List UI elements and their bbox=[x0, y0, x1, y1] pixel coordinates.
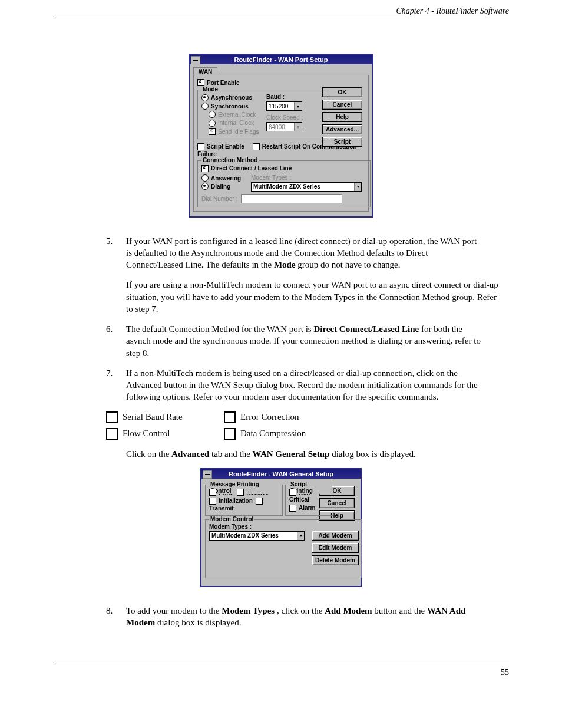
text: Click on the bbox=[126, 449, 171, 459]
asynchronous-label: Asynchronous bbox=[211, 94, 252, 101]
add-modem-button[interactable]: Add Modem bbox=[312, 531, 359, 541]
external-clock-label: External Clock bbox=[218, 111, 256, 118]
step-7: 7. If a non-MultiTech modem is being use… bbox=[106, 367, 483, 403]
synchronous-label: Synchronous bbox=[211, 103, 249, 110]
step-number: 5. bbox=[106, 235, 126, 271]
option-row: Serial Baud Rate Error Correction bbox=[106, 411, 483, 423]
dial-number-label: Dial Number : bbox=[201, 195, 237, 202]
answering-radio[interactable] bbox=[201, 174, 209, 182]
page-header: Chapter 4 - RouteFinder Software bbox=[396, 6, 509, 16]
delete-modem-button[interactable]: Delete Modem bbox=[312, 555, 359, 565]
modem-types-combo[interactable]: MultiModem ZDX Series▾ bbox=[251, 182, 362, 192]
dial-number-input[interactable] bbox=[241, 194, 342, 203]
step-5: 5. If your WAN port is configured in a l… bbox=[106, 235, 483, 271]
step-text-bold: Modem Types bbox=[222, 606, 275, 615]
text-bold: Advanced bbox=[171, 449, 209, 459]
baud-combo[interactable]: 115200▾ bbox=[266, 101, 302, 111]
script-enable-checkbox[interactable] bbox=[197, 143, 204, 150]
option-label: Error Correction bbox=[240, 412, 299, 422]
external-clock-radio bbox=[209, 111, 216, 118]
send-idle-checkbox bbox=[209, 128, 216, 135]
paragraph: Click on the Advanced tab and the WAN Ge… bbox=[126, 448, 503, 460]
clock-speed-label: Clock Speed : bbox=[266, 114, 323, 121]
wan-general-setup-dialog: RouteFinder - WAN General Setup OK Cance… bbox=[200, 468, 362, 587]
chevron-down-icon[interactable]: ▾ bbox=[297, 532, 304, 540]
step-text: dialog box is displayed. bbox=[157, 618, 242, 627]
alarm-label: Alarm bbox=[299, 505, 315, 511]
chevron-down-icon[interactable]: ▾ bbox=[354, 183, 361, 191]
tab-wan[interactable]: WAN bbox=[193, 67, 217, 75]
direct-connect-label: Direct Connect / Leased Line bbox=[211, 165, 292, 172]
checkbox-icon bbox=[224, 428, 236, 440]
step-number: 8. bbox=[106, 605, 126, 629]
dialing-radio[interactable] bbox=[201, 183, 209, 190]
synchronous-radio[interactable] bbox=[201, 103, 209, 110]
system-menu-icon[interactable] bbox=[191, 56, 200, 64]
step-6: 6. The default Connection Method for the… bbox=[106, 323, 483, 359]
step-8: 8. To add your modem to the Modem Types … bbox=[106, 605, 483, 629]
print-checkbox[interactable] bbox=[209, 489, 216, 496]
clock-speed-combo: 64000▾ bbox=[266, 122, 302, 131]
dialog-title-text: RouteFinder - WAN General Setup bbox=[229, 470, 333, 477]
transmit-label: Transmit bbox=[209, 505, 234, 512]
dialing-label: Dialing bbox=[211, 183, 230, 190]
initialization-label: Initialization bbox=[219, 498, 253, 504]
page-number: 55 bbox=[501, 668, 509, 677]
step-text: button and the bbox=[374, 606, 427, 615]
option-label: Flow Control bbox=[123, 429, 170, 439]
text-bold: WAN General Setup bbox=[253, 449, 330, 459]
modem-types-combo[interactable]: MultiModem ZDX Series▾ bbox=[209, 531, 305, 541]
step-text-bold: Mode bbox=[274, 260, 296, 269]
step-text: group do not have to change. bbox=[297, 260, 400, 269]
alarm-checkbox[interactable] bbox=[289, 505, 296, 512]
asynchronous-radio[interactable] bbox=[201, 94, 209, 101]
option-row: Flow Control Data Compression bbox=[106, 428, 483, 440]
restart-script-checkbox[interactable] bbox=[253, 143, 260, 150]
text: dialog box is displayed. bbox=[332, 449, 416, 459]
mode-legend: Mode bbox=[201, 86, 219, 93]
modem-types-label: Modem Types : bbox=[251, 174, 366, 181]
modem-types-label: Modem Types : bbox=[209, 523, 358, 530]
receive-checkbox[interactable] bbox=[237, 489, 244, 496]
baud-label: Baud : bbox=[266, 94, 323, 100]
direct-connect-checkbox[interactable] bbox=[201, 165, 209, 172]
port-enable-checkbox[interactable] bbox=[197, 79, 204, 86]
send-idle-label: Send Idle Flags bbox=[218, 129, 259, 135]
modem-types-value: MultiModem ZDX Series bbox=[210, 532, 297, 539]
step-text-bold: Add Modem bbox=[325, 606, 372, 615]
text: tab and the bbox=[211, 449, 253, 459]
step-text: If a non-MultiTech modem is being used o… bbox=[126, 367, 483, 403]
modem-types-value: MultiModem ZDX Series bbox=[252, 183, 354, 190]
step-number: 6. bbox=[106, 323, 126, 359]
port-enable-label: Port Enable bbox=[207, 80, 240, 86]
modem-control-legend: Modem Control bbox=[209, 516, 254, 522]
transmit-checkbox[interactable] bbox=[256, 498, 263, 505]
internal-clock-radio bbox=[209, 120, 216, 127]
dialog-title-text: RouteFinder - WAN Port Setup bbox=[234, 56, 328, 63]
message-printing-legend: Message Printing Control bbox=[209, 481, 282, 494]
clock-speed-value: 64000 bbox=[267, 124, 294, 130]
option-label: Data Compression bbox=[240, 429, 306, 439]
dialog-title: RouteFinder - WAN General Setup bbox=[201, 469, 361, 479]
checkbox-icon bbox=[106, 428, 118, 440]
script-enable-label: Script Enable bbox=[207, 143, 244, 150]
dialog-title: RouteFinder - WAN Port Setup bbox=[190, 55, 372, 64]
answering-label: Answering bbox=[211, 175, 241, 182]
connection-method-legend: Connection Method bbox=[201, 157, 259, 163]
checkbox-icon bbox=[224, 411, 236, 423]
step-text: To add your modem to the bbox=[126, 606, 222, 615]
step-text-bold: Direct Connect/Leased Line bbox=[313, 324, 419, 334]
initialization-checkbox[interactable] bbox=[209, 498, 216, 505]
checkbox-icon bbox=[106, 411, 118, 423]
paragraph: If you are using a non-MultiTech modem t… bbox=[126, 279, 503, 315]
non-critical-checkbox[interactable] bbox=[289, 489, 296, 496]
step-text: The default Connection Method for the WA… bbox=[126, 324, 313, 334]
internal-clock-label: Internal Clock bbox=[218, 120, 254, 126]
step-text: , click on the bbox=[277, 606, 325, 615]
chevron-down-icon[interactable]: ▾ bbox=[294, 102, 302, 110]
edit-modem-button[interactable]: Edit Modem bbox=[312, 543, 359, 553]
wan-port-setup-dialog: RouteFinder - WAN Port Setup WAN OK Canc… bbox=[189, 54, 373, 218]
option-label: Serial Baud Rate bbox=[123, 412, 183, 422]
system-menu-icon[interactable] bbox=[203, 470, 212, 479]
step-number: 7. bbox=[106, 367, 126, 403]
